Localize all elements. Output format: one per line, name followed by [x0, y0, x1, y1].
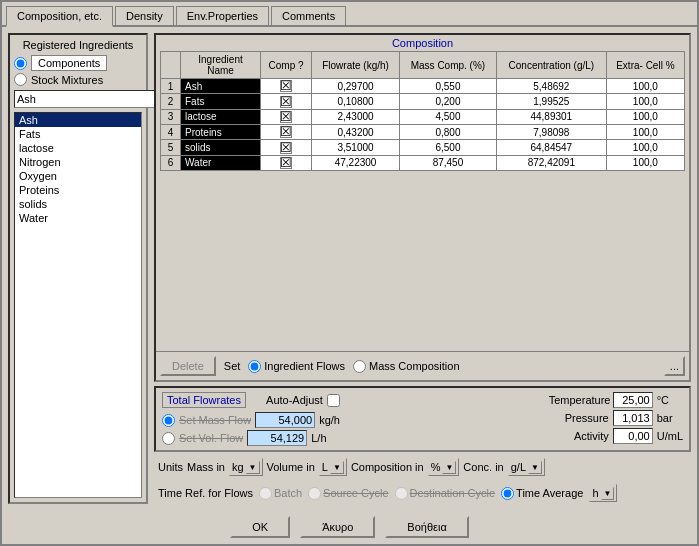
row-flowrate[interactable]: 3,51000	[312, 140, 400, 155]
conc-in-arrow[interactable]: ▼	[528, 461, 542, 474]
composition-in-select[interactable]: % ▼	[428, 458, 460, 476]
row-name[interactable]: solids	[181, 140, 261, 155]
tab-composition[interactable]: Composition, etc.	[6, 6, 113, 27]
table-row[interactable]: 1 Ash 0,29700 0,550 5,48692 100,0	[161, 79, 685, 94]
ingredient-flows-radio[interactable]	[248, 360, 261, 373]
activity-input[interactable]	[613, 428, 653, 444]
row-flowrate[interactable]: 0,29700	[312, 79, 400, 94]
row-name[interactable]: Fats	[181, 94, 261, 109]
row-flowrate[interactable]: 2,43000	[312, 109, 400, 124]
volume-in-arrow[interactable]: ▼	[330, 461, 344, 474]
temperature-input[interactable]	[613, 392, 653, 408]
row-name[interactable]: lactose	[181, 109, 261, 124]
row-extra[interactable]: 100,0	[606, 94, 684, 109]
table-row[interactable]: 5 solids 3,51000 6,500 64,84547 100,0	[161, 140, 685, 155]
ingredient-flows-radio-row[interactable]: Ingredient Flows	[248, 360, 345, 373]
delete-button[interactable]: Delete	[160, 356, 216, 376]
source-cycle-radio[interactable]	[308, 487, 321, 500]
set-vol-flow-row[interactable]: Set Vol. Flow L/h	[162, 430, 340, 446]
row-flowrate[interactable]: 0,43200	[312, 125, 400, 140]
timeref-average[interactable]: Time Average	[501, 487, 583, 500]
time-average-radio[interactable]	[501, 487, 514, 500]
dots-button[interactable]: ...	[664, 356, 685, 376]
row-conc[interactable]: 7,98098	[496, 125, 606, 140]
row-mass[interactable]: 6,500	[400, 140, 497, 155]
mass-flow-input[interactable]	[255, 412, 315, 428]
timeref-source[interactable]: Source Cycle	[308, 487, 388, 500]
composition-table-wrapper[interactable]: Ingredient Name Comp ? Flowrate (kg/h) M…	[156, 51, 689, 351]
timeref-dest[interactable]: Destination Cycle	[395, 487, 496, 500]
mass-in-arrow[interactable]: ▼	[246, 461, 260, 474]
list-item-water[interactable]: Water	[15, 211, 141, 225]
row-conc[interactable]: 872,42091	[496, 155, 606, 170]
row-mass[interactable]: 87,450	[400, 155, 497, 170]
stock-mixtures-radio[interactable]	[14, 73, 27, 86]
volume-in-select[interactable]: L ▼	[319, 458, 347, 476]
row-conc[interactable]: 64,84547	[496, 140, 606, 155]
composition-in-arrow[interactable]: ▼	[442, 461, 456, 474]
row-mass[interactable]: 0,800	[400, 125, 497, 140]
cancel-button[interactable]: Άκυρο	[300, 516, 375, 538]
timeref-batch[interactable]: Batch	[259, 487, 302, 500]
batch-radio[interactable]	[259, 487, 272, 500]
list-item-oxygen[interactable]: Oxygen	[15, 169, 141, 183]
row-flowrate[interactable]: 47,22300	[312, 155, 400, 170]
components-radio[interactable]	[14, 57, 27, 70]
row-name[interactable]: Proteins	[181, 125, 261, 140]
row-extra[interactable]: 100,0	[606, 155, 684, 170]
tab-env[interactable]: Env.Properties	[176, 6, 269, 25]
row-conc[interactable]: 5,48692	[496, 79, 606, 94]
time-unit-select[interactable]: h ▼	[589, 484, 617, 502]
mass-in-select[interactable]: kg ▼	[229, 458, 263, 476]
row-extra[interactable]: 100,0	[606, 109, 684, 124]
row-extra[interactable]: 100,0	[606, 125, 684, 140]
tab-comments[interactable]: Comments	[271, 6, 346, 25]
ingredient-list[interactable]: Ash Fats lactose Nitrogen Oxygen Protein…	[14, 112, 142, 498]
list-item-lactose[interactable]: lactose	[15, 141, 141, 155]
row-comp[interactable]	[261, 79, 312, 94]
set-label: Set	[224, 360, 241, 372]
table-row[interactable]: 2 Fats 0,10800 0,200 1,99525 100,0	[161, 94, 685, 109]
list-item-ash[interactable]: Ash	[15, 113, 141, 127]
row-extra[interactable]: 100,0	[606, 79, 684, 94]
time-unit-arrow[interactable]: ▼	[601, 487, 615, 500]
tab-density[interactable]: Density	[115, 6, 174, 25]
right-panel: Composition Ingredient Name Comp ? Flowr…	[154, 33, 691, 504]
row-mass[interactable]: 0,550	[400, 79, 497, 94]
list-item-proteins[interactable]: Proteins	[15, 183, 141, 197]
row-comp[interactable]	[261, 140, 312, 155]
row-mass[interactable]: 4,500	[400, 109, 497, 124]
row-name[interactable]: Ash	[181, 79, 261, 94]
vol-flow-input[interactable]	[247, 430, 307, 446]
table-row[interactable]: 3 lactose 2,43000 4,500 44,89301 100,0	[161, 109, 685, 124]
ok-button[interactable]: OK	[230, 516, 290, 538]
stock-mixtures-radio-row[interactable]: Stock Mixtures	[14, 73, 142, 86]
row-comp[interactable]	[261, 94, 312, 109]
row-mass[interactable]: 0,200	[400, 94, 497, 109]
set-mass-flow-row[interactable]: Set Mass Flow kg/h	[162, 412, 340, 428]
set-mass-radio[interactable]	[162, 414, 175, 427]
pressure-input[interactable]	[613, 410, 653, 426]
components-radio-row[interactable]: Components	[14, 55, 142, 71]
dest-cycle-radio[interactable]	[395, 487, 408, 500]
conc-in-select[interactable]: g/L ▼	[508, 458, 545, 476]
list-item-fats[interactable]: Fats	[15, 127, 141, 141]
row-conc[interactable]: 1,99525	[496, 94, 606, 109]
auto-adjust-checkbox[interactable]	[327, 394, 340, 407]
list-item-solids[interactable]: solids	[15, 197, 141, 211]
mass-comp-radio-row[interactable]: Mass Composition	[353, 360, 459, 373]
row-comp[interactable]	[261, 125, 312, 140]
row-extra[interactable]: 100,0	[606, 140, 684, 155]
row-comp[interactable]	[261, 155, 312, 170]
row-name[interactable]: Water	[181, 155, 261, 170]
set-vol-radio[interactable]	[162, 432, 175, 445]
search-input[interactable]	[14, 90, 158, 108]
row-flowrate[interactable]: 0,10800	[312, 94, 400, 109]
list-item-nitrogen[interactable]: Nitrogen	[15, 155, 141, 169]
table-row[interactable]: 4 Proteins 0,43200 0,800 7,98098 100,0	[161, 125, 685, 140]
mass-comp-radio[interactable]	[353, 360, 366, 373]
table-row[interactable]: 6 Water 47,22300 87,450 872,42091 100,0	[161, 155, 685, 170]
help-button[interactable]: Βοήθεια	[385, 516, 468, 538]
row-comp[interactable]	[261, 109, 312, 124]
row-conc[interactable]: 44,89301	[496, 109, 606, 124]
